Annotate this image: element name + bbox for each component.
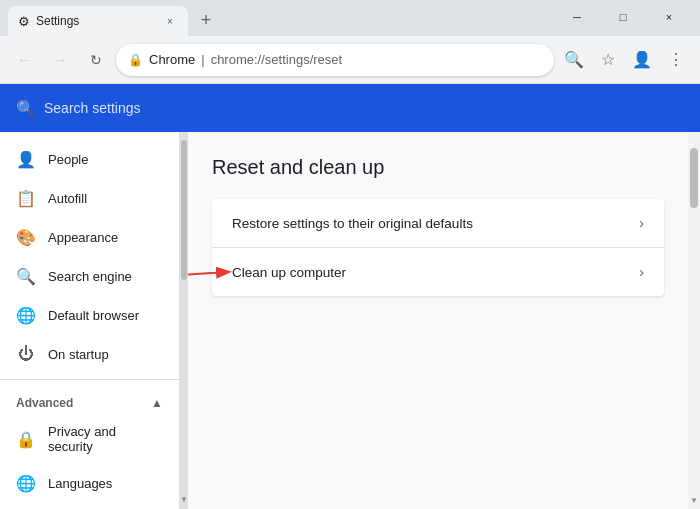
search-engine-icon: 🔍 bbox=[16, 267, 36, 286]
advanced-section-header[interactable]: Advanced ▲ bbox=[0, 386, 179, 414]
sidebar-item-downloads[interactable]: ⬇ Downloads bbox=[0, 503, 179, 509]
sidebar-item-on-startup[interactable]: ⏻ On startup bbox=[0, 335, 179, 373]
main-area: 👤 People 📋 Autofill 🎨 Appearance 🔍 Searc… bbox=[0, 132, 700, 509]
sidebar-label-languages: Languages bbox=[48, 476, 112, 491]
sidebar-scrollbar[interactable]: ▼ bbox=[180, 132, 188, 509]
appearance-icon: 🎨 bbox=[16, 228, 36, 247]
sidebar-label-on-startup: On startup bbox=[48, 347, 109, 362]
content-scroll-down-arrow[interactable]: ▼ bbox=[690, 496, 698, 505]
sidebar-item-appearance[interactable]: 🎨 Appearance bbox=[0, 218, 179, 257]
sidebar-item-languages[interactable]: 🌐 Languages bbox=[0, 464, 179, 503]
sidebar-label-autofill: Autofill bbox=[48, 191, 87, 206]
sidebar-item-search-engine[interactable]: 🔍 Search engine bbox=[0, 257, 179, 296]
sidebar-item-autofill[interactable]: 📋 Autofill bbox=[0, 179, 179, 218]
people-icon: 👤 bbox=[16, 150, 36, 169]
settings-search-bar[interactable]: 🔍 Search settings bbox=[16, 99, 684, 118]
url-path: chrome://settings/reset bbox=[211, 52, 343, 67]
tab-close-button[interactable]: × bbox=[162, 13, 178, 29]
languages-icon: 🌐 bbox=[16, 474, 36, 493]
default-browser-icon: 🌐 bbox=[16, 306, 36, 325]
new-tab-button[interactable]: + bbox=[192, 6, 220, 34]
settings-topbar: 🔍 Search settings bbox=[0, 84, 700, 132]
restore-chevron-icon: › bbox=[639, 215, 644, 231]
profile-icon[interactable]: 👤 bbox=[626, 44, 658, 76]
back-button[interactable]: ← bbox=[8, 44, 40, 76]
close-button[interactable]: × bbox=[646, 2, 692, 32]
url-bar[interactable]: 🔒 Chrome | chrome://settings/reset bbox=[116, 44, 554, 76]
scroll-down-arrow[interactable]: ▼ bbox=[180, 493, 188, 505]
search-icon-settings: 🔍 bbox=[16, 99, 36, 118]
sidebar-label-search-engine: Search engine bbox=[48, 269, 132, 284]
bookmark-icon[interactable]: ☆ bbox=[592, 44, 624, 76]
toolbar-icons: 🔍 ☆ 👤 ⋮ bbox=[558, 44, 692, 76]
sidebar: 👤 People 📋 Autofill 🎨 Appearance 🔍 Searc… bbox=[0, 132, 180, 509]
restore-defaults-row[interactable]: Restore settings to their original defau… bbox=[212, 199, 664, 248]
content-scroll-thumb bbox=[690, 148, 698, 208]
advanced-label: Advanced bbox=[16, 396, 73, 410]
sidebar-label-default-browser: Default browser bbox=[48, 308, 139, 323]
content-scrollbar[interactable]: ▼ bbox=[688, 132, 700, 509]
sidebar-label-privacy: Privacy and security bbox=[48, 424, 163, 454]
sidebar-divider bbox=[0, 379, 179, 380]
maximize-button[interactable]: □ bbox=[600, 2, 646, 32]
privacy-icon: 🔒 bbox=[16, 430, 36, 449]
content-area: Reset and clean up Restore settings to t… bbox=[188, 132, 688, 509]
minimize-button[interactable]: ─ bbox=[554, 2, 600, 32]
address-bar: ← → ↻ 🔒 Chrome | chrome://settings/reset… bbox=[0, 36, 700, 84]
settings-tab-title: Settings bbox=[36, 14, 156, 28]
settings-card: Restore settings to their original defau… bbox=[212, 199, 664, 296]
url-origin: Chrome bbox=[149, 52, 195, 67]
lock-icon: 🔒 bbox=[128, 53, 143, 67]
search-placeholder: Search settings bbox=[44, 100, 141, 116]
restore-defaults-label: Restore settings to their original defau… bbox=[232, 216, 473, 231]
browser-frame: ⚙ Settings × + ─ □ × ← → ↻ 🔒 Chrome | ch… bbox=[0, 0, 700, 509]
sidebar-item-default-browser[interactable]: 🌐 Default browser bbox=[0, 296, 179, 335]
forward-button[interactable]: → bbox=[44, 44, 76, 76]
advanced-collapse-icon: ▲ bbox=[151, 396, 163, 410]
sidebar-label-appearance: Appearance bbox=[48, 230, 118, 245]
sidebar-label-people: People bbox=[48, 152, 88, 167]
on-startup-icon: ⏻ bbox=[16, 345, 36, 363]
sidebar-item-people[interactable]: 👤 People bbox=[0, 140, 179, 179]
tab-bar: ⚙ Settings × + ─ □ × bbox=[0, 0, 700, 36]
refresh-button[interactable]: ↻ bbox=[80, 44, 112, 76]
settings-tab[interactable]: ⚙ Settings × bbox=[8, 6, 188, 36]
search-icon[interactable]: 🔍 bbox=[558, 44, 590, 76]
cleanup-computer-row[interactable]: Clean up computer › bbox=[212, 248, 664, 296]
sidebar-item-privacy[interactable]: 🔒 Privacy and security bbox=[0, 414, 179, 464]
cleanup-computer-label: Clean up computer bbox=[232, 265, 346, 280]
page-title: Reset and clean up bbox=[212, 156, 664, 179]
window-controls: ─ □ × bbox=[554, 2, 692, 32]
url-separator: | bbox=[201, 52, 204, 67]
menu-icon[interactable]: ⋮ bbox=[660, 44, 692, 76]
cleanup-chevron-icon: › bbox=[639, 264, 644, 280]
settings-tab-icon: ⚙ bbox=[18, 14, 30, 29]
autofill-icon: 📋 bbox=[16, 189, 36, 208]
sidebar-scroll-thumb bbox=[181, 140, 187, 280]
